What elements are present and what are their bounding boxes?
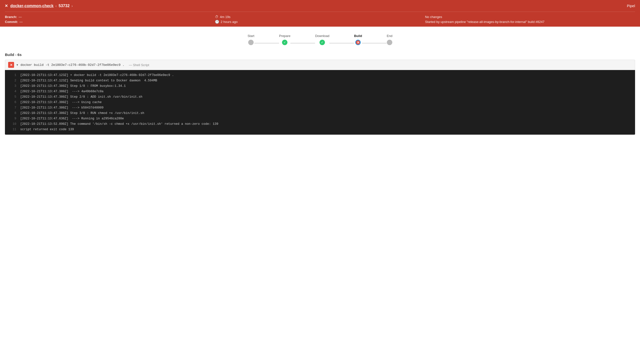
stage-connector: [362, 43, 387, 44]
line-number: 8: [9, 111, 16, 116]
header-top-bar: × docker-common-check ‹ 53732 › Pipel: [5, 0, 635, 12]
pipeline-link[interactable]: Pipel: [627, 4, 635, 8]
terminal-line: 3[2022-10-21T11:13:47.380Z] Step 1/8 : F…: [5, 83, 635, 89]
pipeline-name-link[interactable]: docker-common-check: [10, 4, 54, 8]
line-content: [2022-10-21T11:13:47.380Z] ---> Using ca…: [20, 100, 102, 105]
terminal-line: 8[2022-10-21T11:13:47.380Z] Step 3/8 : R…: [5, 110, 635, 116]
terminal-output: 1[2022-10-21T11:13:47.123Z] + docker bui…: [5, 70, 635, 135]
line-content: [2022-10-21T11:13:47.380Z] Step 1/8 : FR…: [20, 84, 126, 88]
job-row: ✕ ▾ docker build -t 2e1803e7-c276-460b-9…: [5, 60, 635, 70]
line-number: 11: [9, 127, 16, 132]
stage-label-download: Download: [315, 34, 329, 38]
line-number: 3: [9, 84, 16, 88]
line-content: [2022-10-21T11:13:47.380Z] ---> 4a49b68e…: [20, 89, 104, 94]
chevron-left-icon: ‹: [56, 4, 57, 8]
commit-meta: Commit: —: [5, 20, 215, 24]
line-number: 9: [9, 116, 16, 121]
stage-circle-start: [248, 40, 254, 45]
time-value: 2 hours ago: [221, 20, 238, 24]
duration-icon: ⏱: [215, 15, 218, 19]
header-meta: Branch: — ⏱ 4m 19s No changes Commit: — …: [5, 12, 635, 27]
terminal-line: 6[2022-10-21T11:13:47.380Z] ---> Using c…: [5, 100, 635, 105]
page-header: × docker-common-check ‹ 53732 › Pipel Br…: [0, 0, 640, 27]
terminal-line: 4[2022-10-21T11:13:47.380Z] ---> 4a49b68…: [5, 89, 635, 94]
stage-start[interactable]: Start: [247, 34, 254, 45]
time-icon: 🕐: [215, 20, 219, 24]
terminal-line: 2[2022-10-21T11:13:47.123Z] Sending buil…: [5, 78, 635, 83]
line-content: [2022-10-21T11:13:47.123Z] + docker buil…: [20, 73, 174, 78]
line-content: script returned exit code 139: [20, 127, 74, 132]
x-icon: ✕: [10, 63, 13, 67]
line-number: 10: [9, 122, 16, 126]
stage-end[interactable]: End: [387, 34, 392, 45]
terminal-line: 10[2022-10-21T11:13:52.890Z] The command…: [5, 121, 635, 127]
duration-value: 4m 19s: [220, 15, 230, 19]
trigger-meta: Started by upstream pipeline "release-al…: [425, 20, 635, 24]
line-number: 1: [9, 73, 16, 78]
stage-build[interactable]: Build✕: [354, 34, 362, 45]
job-chevron-icon[interactable]: ▾: [17, 63, 18, 66]
stage-connector: [254, 43, 279, 44]
terminal-line: 5[2022-10-21T11:13:47.380Z] Step 2/8 : A…: [5, 94, 635, 100]
stages-container: StartPrepare✓Download✓Build✕End: [247, 34, 392, 45]
build-number: 53732: [59, 4, 70, 8]
stage-connector: [329, 43, 354, 44]
line-number: 2: [9, 78, 16, 83]
terminal-line: 7[2022-10-21T11:13:47.380Z] ---> b50437d…: [5, 105, 635, 110]
line-content: [2022-10-21T11:13:47.380Z] ---> b50437d4…: [20, 105, 104, 110]
commit-label: Commit:: [5, 20, 18, 24]
terminal-line: 9[2022-10-21T11:13:47.636Z] ---> Running…: [5, 116, 635, 121]
line-number: 7: [9, 105, 16, 110]
line-content: [2022-10-21T11:13:47.380Z] Step 2/8 : AD…: [20, 94, 142, 100]
checkmark-icon: ✓: [283, 41, 286, 44]
commit-value: —: [20, 20, 23, 24]
time-meta: 🕐 2 hours ago: [215, 20, 425, 24]
close-icon[interactable]: ×: [5, 3, 8, 9]
line-content: [2022-10-21T11:13:47.636Z] ---> Running …: [20, 116, 124, 121]
terminal-line: 11script returned exit code 139: [5, 127, 635, 132]
stage-circle-prepare: ✓: [282, 40, 287, 45]
stage-circle-build: ✕: [355, 40, 361, 45]
build-section: Build - 6s ✕ ▾ docker build -t 2e1803e7-…: [0, 50, 640, 140]
build-title: Build - 6s: [5, 52, 635, 57]
line-number: 4: [9, 89, 16, 94]
line-number: 6: [9, 100, 16, 105]
branch-label: Branch:: [5, 15, 17, 19]
terminal-line: 1[2022-10-21T11:13:47.123Z] + docker bui…: [5, 72, 635, 78]
status-meta: No changes: [425, 15, 635, 19]
pipeline-stages: StartPrepare✓Download✓Build✕End: [0, 27, 640, 50]
stage-download[interactable]: Download✓: [315, 34, 329, 45]
x-icon: ✕: [357, 41, 359, 44]
duration-meta: ⏱ 4m 19s: [215, 15, 425, 19]
job-type: — Shell Script: [129, 63, 149, 67]
branch-value: —: [19, 15, 22, 19]
line-content: [2022-10-21T11:13:47.123Z] Sending build…: [20, 78, 157, 83]
checkmark-icon: ✓: [321, 41, 323, 44]
stage-circle-download: ✓: [320, 40, 325, 45]
stage-label-end: End: [387, 34, 392, 38]
status-text: No changes: [425, 15, 442, 19]
line-number: 5: [9, 94, 16, 100]
stage-label-build: Build: [354, 34, 362, 38]
stage-label-prepare: Prepare: [279, 34, 290, 38]
branch-meta: Branch: —: [5, 15, 215, 19]
stage-label-start: Start: [247, 34, 254, 38]
job-command: docker build -t 2e1803e7-c276-460b-92d7-…: [21, 63, 124, 67]
stage-connector: [290, 43, 315, 44]
line-content: [2022-10-21T11:13:52.890Z] The command '…: [20, 122, 218, 126]
stage-circle-end: [387, 40, 392, 45]
line-content: [2022-10-21T11:13:47.380Z] Step 3/8 : RU…: [20, 111, 144, 116]
job-status-badge: ✕: [8, 62, 14, 68]
chevron-right-icon: ›: [72, 4, 73, 8]
stage-prepare[interactable]: Prepare✓: [279, 34, 290, 45]
trigger-text: Started by upstream pipeline "release-al…: [425, 20, 544, 24]
